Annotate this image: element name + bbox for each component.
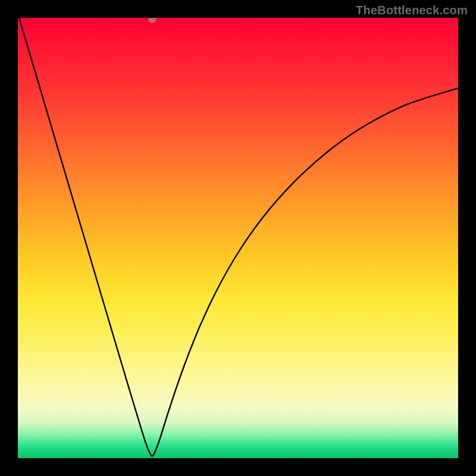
bottleneck-curve bbox=[18, 18, 458, 456]
curve-svg bbox=[18, 18, 458, 458]
plot-area bbox=[18, 18, 458, 458]
watermark-text: TheBottleneck.com bbox=[356, 4, 468, 17]
watermark: TheBottleneck.com bbox=[356, 4, 468, 17]
